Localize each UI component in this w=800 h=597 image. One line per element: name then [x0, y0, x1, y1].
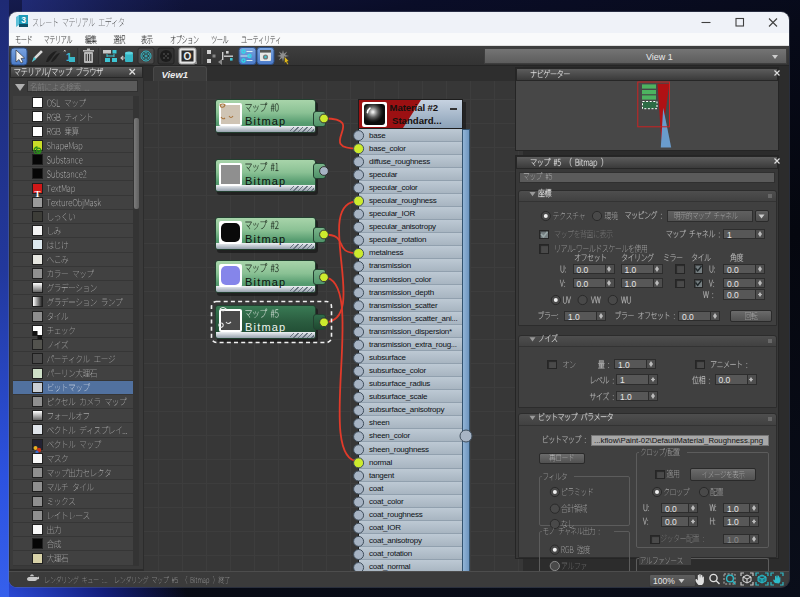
svg-text:O: O	[184, 51, 192, 62]
